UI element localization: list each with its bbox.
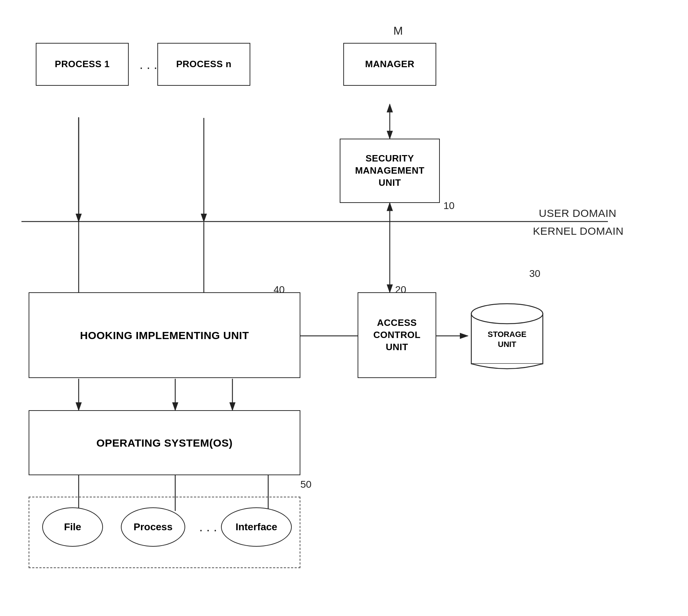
- svg-point-21: [471, 304, 543, 324]
- user-domain-label: USER DOMAIN: [539, 207, 616, 219]
- ellipsis-bottom: · · ·: [199, 522, 217, 537]
- processn-box: PROCESS n: [157, 43, 250, 86]
- svg-text:STORAGE: STORAGE: [488, 330, 526, 339]
- os-box: OPERATING SYSTEM(OS): [29, 410, 300, 475]
- process1-box: PROCESS 1: [36, 43, 129, 86]
- process-oval: Process: [121, 507, 185, 547]
- ref-50-label: 50: [300, 479, 311, 490]
- file-oval: File: [42, 507, 103, 547]
- interface-label: Interface: [236, 521, 277, 533]
- hooking-box: HOOKING IMPLEMENTING UNIT: [29, 292, 300, 378]
- file-label: File: [64, 521, 81, 533]
- manager-m-label: M: [393, 24, 403, 38]
- diagram-container: PROCESS 1 · · · PROCESS n MANAGER M SECU…: [0, 0, 688, 616]
- storage-cylinder: STORAGE UNIT: [468, 299, 546, 371]
- security-mgmt-label: SECURITY MANAGEMENT UNIT: [355, 153, 424, 189]
- os-label: OPERATING SYSTEM(OS): [96, 436, 232, 450]
- svg-text:UNIT: UNIT: [498, 340, 516, 349]
- manager-label: MANAGER: [365, 58, 414, 70]
- process-oval-label: Process: [134, 521, 173, 533]
- interface-oval: Interface: [221, 507, 292, 547]
- process1-label: PROCESS 1: [55, 58, 109, 70]
- security-mgmt-box: SECURITY MANAGEMENT UNIT: [340, 139, 440, 203]
- manager-box: MANAGER: [343, 43, 436, 86]
- kernel-domain-label: KERNEL DOMAIN: [533, 225, 624, 237]
- processn-label: PROCESS n: [176, 58, 232, 70]
- ellipsis-top: · · ·: [139, 60, 157, 75]
- ref-30-label: 30: [529, 268, 540, 279]
- hooking-label: HOOKING IMPLEMENTING UNIT: [80, 328, 249, 342]
- access-control-box: ACCESS CONTROL UNIT: [358, 292, 436, 378]
- ref-10-label: 10: [443, 200, 454, 212]
- access-control-label: ACCESS CONTROL UNIT: [373, 317, 421, 353]
